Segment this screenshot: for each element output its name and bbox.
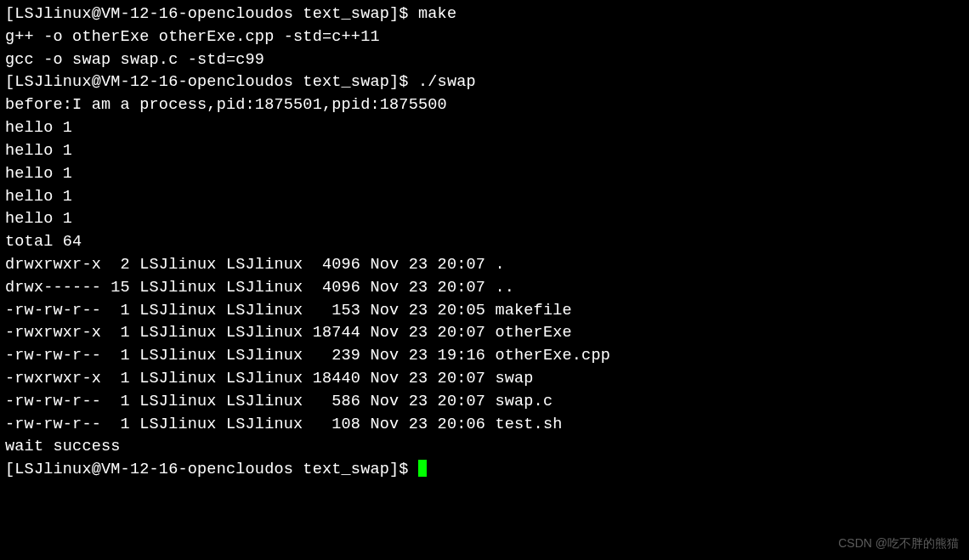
ls-entry-5: -rwxrwxr-x 1 LSJlinux LSJlinux 18440 Nov… — [5, 368, 964, 391]
prompt-make: [LSJlinux@VM-12-16-opencloudos text_swap… — [5, 3, 964, 26]
ls-entry-3: -rwxrwxr-x 1 LSJlinux LSJlinux 18744 Nov… — [5, 322, 964, 345]
ls-entry-1: drwx------ 15 LSJlinux LSJlinux 4096 Nov… — [5, 277, 964, 300]
watermark-text: CSDN @吃不胖的熊猫 — [838, 535, 959, 552]
ls-entry-6: -rw-rw-r-- 1 LSJlinux LSJlinux 586 Nov 2… — [5, 391, 964, 414]
output-hello-3: hello 1 — [5, 186, 964, 209]
ls-entry-0: drwxrwxr-x 2 LSJlinux LSJlinux 4096 Nov … — [5, 254, 964, 277]
ls-total: total 64 — [5, 231, 964, 254]
build-output-0: g++ -o otherExe otherExe.cpp -std=c++11 — [5, 26, 964, 49]
prompt-current[interactable]: [LSJlinux@VM-12-16-opencloudos text_swap… — [5, 459, 964, 482]
cursor-icon — [418, 460, 427, 477]
terminal-output[interactable]: [LSJlinux@VM-12-16-opencloudos text_swap… — [5, 3, 964, 482]
ls-entry-4: -rw-rw-r-- 1 LSJlinux LSJlinux 239 Nov 2… — [5, 345, 964, 368]
output-hello-2: hello 1 — [5, 163, 964, 186]
ls-entry-7: -rw-rw-r-- 1 LSJlinux LSJlinux 108 Nov 2… — [5, 414, 964, 437]
prompt-run: [LSJlinux@VM-12-16-opencloudos text_swap… — [5, 71, 964, 94]
output-wait: wait success — [5, 436, 964, 459]
ls-entry-2: -rw-rw-r-- 1 LSJlinux LSJlinux 153 Nov 2… — [5, 300, 964, 323]
output-hello-1: hello 1 — [5, 140, 964, 163]
output-before: before:I am a process,pid:1875501,ppid:1… — [5, 94, 964, 117]
output-hello-4: hello 1 — [5, 208, 964, 231]
build-output-1: gcc -o swap swap.c -std=c99 — [5, 49, 964, 72]
output-hello-0: hello 1 — [5, 117, 964, 140]
